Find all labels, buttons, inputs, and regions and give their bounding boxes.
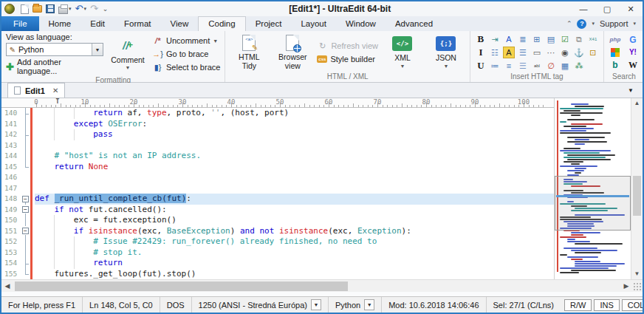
encoding-dropdown[interactable]: ▼ xyxy=(311,299,321,310)
save-button[interactable] xyxy=(45,3,55,15)
status-caret-position[interactable]: Ln 148, Col 5, C0 xyxy=(82,297,160,313)
comment-dropdown-caret[interactable]: ▼ xyxy=(126,65,131,71)
fold-toggle[interactable]: − xyxy=(21,205,30,216)
json-dropdown-caret[interactable]: ▼ xyxy=(443,64,448,69)
special-char-tag-icon[interactable]: X41 xyxy=(587,33,599,45)
support-menu[interactable]: Support xyxy=(600,19,628,28)
status-line-ending[interactable]: DOS xyxy=(160,297,191,313)
minimize-button[interactable]: — xyxy=(572,1,595,16)
vertical-scroll-thumb[interactable] xyxy=(633,176,641,216)
minimap-viewport[interactable] xyxy=(555,176,631,231)
radio-tag-icon[interactable]: ◉ xyxy=(559,47,571,58)
menu-tab-project[interactable]: Project xyxy=(246,16,292,31)
xml-button[interactable]: </> XML ▼ xyxy=(383,35,422,69)
code-line-147[interactable]: 147 xyxy=(1,183,554,194)
menu-tab-format[interactable]: Format xyxy=(114,16,160,31)
uncomment-button[interactable]: /* Uncomment ▼ xyxy=(152,35,220,47)
horizontal-scroll-thumb[interactable] xyxy=(15,281,348,291)
align-center-tag-icon[interactable]: ☰ xyxy=(517,47,529,58)
code-line-155[interactable]: 155futures._get_loop(fut).stop() xyxy=(1,269,554,280)
code-line-148[interactable]: 148−def _run_until_complete_cb(fut): xyxy=(1,194,554,205)
code-line-153[interactable]: 153# stop it. xyxy=(1,248,554,259)
fold-toggle[interactable]: − xyxy=(21,194,30,205)
menu-tab-layout[interactable]: Layout xyxy=(291,16,336,31)
code-line-150[interactable]: 150exc = fut.exception() xyxy=(1,215,554,226)
menu-tab-window[interactable]: Window xyxy=(336,16,386,31)
help-icon[interactable]: ? xyxy=(577,19,586,29)
status-encoding[interactable]: 1250 (ANSI - Stredná Európa) ▼ xyxy=(191,297,328,313)
html-tidy-button[interactable]: <a>✎ HTML Tidy xyxy=(230,34,268,70)
button-tag-icon[interactable]: ▭ xyxy=(531,47,543,58)
list-box-tag-icon[interactable]: ▤ xyxy=(545,33,557,45)
select-to-brace-button[interactable]: ▮} Select to brace xyxy=(152,61,220,73)
image-tag-icon[interactable]: ▦ xyxy=(559,60,571,72)
ultraedit-logo-icon[interactable] xyxy=(4,4,15,14)
sitemap-tag-icon[interactable]: ⁂ xyxy=(573,60,585,72)
horizontal-scrollbar[interactable]: ◀ ▶ xyxy=(1,279,643,292)
tab-close-icon[interactable]: ✕ xyxy=(49,86,58,95)
wikipedia-search-icon[interactable]: W xyxy=(628,60,637,70)
new-file-button[interactable] xyxy=(20,3,30,15)
insert-mode-toggle[interactable]: INS xyxy=(594,299,619,311)
close-button[interactable]: ✕ xyxy=(619,1,643,16)
resize-grip[interactable] xyxy=(632,281,642,291)
undo-button[interactable]: ↶▾ xyxy=(75,3,87,15)
minimap[interactable] xyxy=(554,98,631,279)
print-button[interactable]: ▾ xyxy=(58,3,72,15)
refresh-view-button[interactable]: ↻ Refresh view xyxy=(317,40,378,52)
code-line-152[interactable]: 152# Issue #22429: run_forever() already… xyxy=(1,236,554,248)
menu-tab-view[interactable]: View xyxy=(160,16,198,31)
read-write-toggle[interactable]: R/W xyxy=(564,299,592,311)
bold-tag-icon[interactable]: B xyxy=(475,33,487,45)
table-tag-icon[interactable]: ⊞ xyxy=(531,33,543,45)
bing-search-icon[interactable]: b xyxy=(612,60,617,70)
language-select-caret[interactable]: ▼ xyxy=(92,44,103,55)
code-line-146[interactable]: 146 xyxy=(1,172,554,183)
microsoft-search-icon[interactable] xyxy=(611,48,620,57)
collapse-box-icon[interactable]: − xyxy=(22,206,29,213)
language-select[interactable]: ✎ Python ▼ xyxy=(6,43,103,56)
add-language-button[interactable]: ✚ Add another language... xyxy=(6,58,103,75)
comment-button[interactable]: //+ Comment ▼ xyxy=(109,37,147,71)
style-builder-button[interactable]: css Style builder xyxy=(317,53,378,65)
fold-toggle[interactable]: − xyxy=(21,226,30,237)
collapse-box-icon[interactable]: − xyxy=(22,228,29,234)
code-line-141[interactable]: 141except OSError: xyxy=(1,119,554,130)
indent-tag-icon[interactable]: ⇥ xyxy=(489,33,501,45)
menu-tab-coding[interactable]: Coding xyxy=(198,16,245,31)
language-dropdown[interactable]: ▼ xyxy=(364,299,374,310)
highlight-tag-icon[interactable]: A xyxy=(503,47,515,58)
scroll-up-arrow[interactable]: ▲ xyxy=(631,98,643,109)
justify-tag-icon[interactable]: ≣ xyxy=(517,33,529,45)
collapse-box-icon[interactable]: − xyxy=(22,196,29,202)
underline-tag-icon[interactable]: U xyxy=(475,60,487,72)
code-line-145[interactable]: 145return None xyxy=(1,162,554,173)
code-editor[interactable]: 140return af, type, proto, '', (host, po… xyxy=(1,108,554,279)
menu-tab-home[interactable]: Home xyxy=(39,16,81,31)
code-line-144[interactable]: 144# "host" is not an IP address. xyxy=(1,151,554,162)
redo-button[interactable]: ↷ xyxy=(89,3,99,15)
yahoo-search-icon[interactable]: Y! xyxy=(629,47,637,58)
bullet-list-tag-icon[interactable]: ☷ xyxy=(489,47,501,58)
align-left-tag-icon[interactable]: ≡ xyxy=(503,60,515,72)
uncomment-dropdown-caret[interactable]: ▼ xyxy=(213,38,218,44)
font-color-tag-icon[interactable]: A xyxy=(503,33,515,45)
go-to-brace-button[interactable]: →} Go to brace xyxy=(152,48,220,60)
support-dropdown-caret[interactable]: ▾ xyxy=(633,21,636,27)
json-button[interactable]: {;} JSON ▼ xyxy=(427,35,465,69)
code-line-154[interactable]: 154return xyxy=(1,258,554,269)
maximize-button[interactable]: ▢ xyxy=(595,1,619,16)
scroll-left-arrow[interactable]: ◀ xyxy=(1,282,13,290)
browser-view-button[interactable]: Browser view xyxy=(273,34,312,70)
paragraph-tag-icon[interactable]: ☰ xyxy=(517,60,529,72)
xml-dropdown-caret[interactable]: ▼ xyxy=(400,64,405,69)
menu-tab-edit[interactable]: Edit xyxy=(80,16,114,31)
input-field-tag-icon[interactable]: abl xyxy=(531,60,543,72)
code-line-143[interactable]: 143 xyxy=(1,140,554,151)
tab-edit1[interactable]: Edit1 ✕ xyxy=(7,83,65,98)
anchor-tag-icon[interactable]: ⚓ xyxy=(573,47,585,58)
open-file-button[interactable] xyxy=(32,3,43,15)
menu-tab-advanced[interactable]: Advanced xyxy=(386,16,442,31)
google-search-icon[interactable]: G xyxy=(629,35,636,45)
php-search-icon[interactable]: php xyxy=(610,35,621,45)
